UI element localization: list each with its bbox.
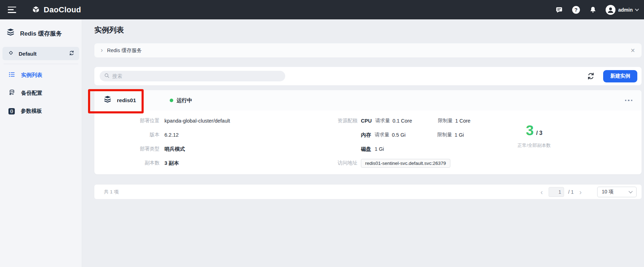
main-content: 实例列表 › Redis 缓存服务 ✕ 新建实例 xyxy=(82,19,644,267)
sidebar-service-header: Redis 缓存服务 xyxy=(0,19,82,45)
brand-name: DaoCloud xyxy=(44,5,81,14)
topbar-actions: ? admin xyxy=(555,5,638,15)
detail-row: 版本 6.2.12 xyxy=(116,128,230,142)
total-items: 共 1 项 xyxy=(104,189,119,195)
instance-card: redis01 运行中 部署位置 kpanda-global-cluster/d… xyxy=(94,90,642,174)
close-icon[interactable]: ✕ xyxy=(631,47,635,54)
service-title: Redis 缓存服务 xyxy=(20,30,62,38)
refresh-icon[interactable] xyxy=(586,72,595,81)
page-title: 实例列表 xyxy=(94,25,642,35)
request-value: 0.5 Gi xyxy=(392,132,406,138)
redis-instance-icon xyxy=(103,95,112,106)
workspace-label: Default xyxy=(19,51,37,57)
access-address-row: 访问地址 redis01-sentinel-svc.default.svc:26… xyxy=(320,156,470,170)
create-instance-button[interactable]: 新建实例 xyxy=(603,70,637,82)
detail-row: 部署类型 哨兵模式 xyxy=(116,142,230,156)
resource-row-disk: 磁盘 1 Gi xyxy=(320,142,470,156)
detail-value: 哨兵模式 xyxy=(164,146,185,153)
detail-label: 部署类型 xyxy=(116,146,160,152)
detail-value: 6.2.12 xyxy=(164,132,179,138)
prev-page-icon[interactable]: ‹ xyxy=(539,188,544,195)
user-menu[interactable]: admin xyxy=(606,5,638,15)
resource-row-memory: 内存 请求量 0.5 Gi 限制量 1 Gi xyxy=(320,128,470,142)
sidebar-item-label: 实例列表 xyxy=(21,72,42,79)
instance-details-right: 资源配额 CPU 请求量 0.1 Core 限制量 1 Core 内存 xyxy=(320,114,470,170)
status-text: 运行中 xyxy=(176,97,192,104)
page-number-input[interactable] xyxy=(549,187,564,197)
healthy-replicas: 3 xyxy=(526,124,533,137)
instance-details-left: 部署位置 kpanda-global-cluster/default 版本 6.… xyxy=(116,114,230,170)
limit-label: 限制量 xyxy=(437,132,452,138)
toolbar-actions: 新建实例 xyxy=(586,70,637,82)
menu-toggle-icon[interactable] xyxy=(8,7,17,13)
limit-value: 1 Gi xyxy=(455,132,464,138)
breadcrumb-item[interactable]: Redis 缓存服务 xyxy=(107,47,142,54)
sidebar-item-instance-list[interactable]: 实例列表 xyxy=(0,66,82,84)
access-address-label: 访问地址 xyxy=(320,160,357,166)
sidebar-divider xyxy=(4,64,78,64)
detail-value: kpanda-global-cluster/default xyxy=(164,118,230,124)
chevron-down-icon xyxy=(635,7,639,11)
brand[interactable]: DaoCloud xyxy=(32,5,81,14)
redis-service-icon xyxy=(6,28,15,39)
detail-label: 部署位置 xyxy=(116,118,160,124)
next-page-icon[interactable]: › xyxy=(578,188,583,195)
workspace-icon xyxy=(7,49,14,58)
list-icon xyxy=(8,71,15,79)
limit-value: 1 Core xyxy=(455,118,471,124)
detail-row: 副本数 3 副本 xyxy=(116,156,230,170)
page: DaoCloud ? admin Redis 缓存服务 xyxy=(0,0,644,267)
request-label: 请求量 xyxy=(375,132,389,138)
breadcrumb: › Redis 缓存服务 ✕ xyxy=(94,43,642,57)
search-box[interactable] xyxy=(100,71,285,81)
request-label: 请求量 xyxy=(375,118,390,124)
access-address-chip[interactable]: redis01-sentinel-svc.default.svc:26379 xyxy=(361,159,450,168)
help-icon[interactable]: ? xyxy=(572,6,580,14)
search-input[interactable] xyxy=(112,73,281,79)
sidebar-item-backup-config[interactable]: 备份配置 xyxy=(0,84,82,102)
notification-bell-icon[interactable] xyxy=(589,6,597,14)
instance-card-header: redis01 运行中 xyxy=(94,90,642,111)
message-icon[interactable] xyxy=(555,6,563,14)
disk-value: 1 Gi xyxy=(375,146,384,152)
resource-name: CPU xyxy=(361,118,372,124)
search-icon xyxy=(104,73,110,80)
status-dot-icon xyxy=(170,99,173,102)
chevron-down-icon xyxy=(629,189,632,193)
workspace-selector[interactable]: Default xyxy=(2,47,79,60)
toolbar: 新建实例 xyxy=(94,67,642,85)
request-value: 0.1 Core xyxy=(393,118,412,124)
sidebar-item-label: 参数模板 xyxy=(21,108,42,114)
resource-name: 内存 xyxy=(361,132,371,138)
page-count: / 1 xyxy=(568,189,574,195)
sidebar: Redis 缓存服务 Default 实例列表 备份配置 {} xyxy=(0,19,82,267)
page-size-value: 10 项 xyxy=(602,189,613,195)
resource-quota-label: 资源配额 xyxy=(320,118,357,124)
daocloud-logo-icon xyxy=(32,6,40,14)
backup-config-icon xyxy=(8,89,15,97)
detail-row: 部署位置 kpanda-global-cluster/default xyxy=(116,114,230,128)
pagination-bar: 共 1 项 ‹ / 1 › 10 项 xyxy=(94,185,642,199)
avatar xyxy=(606,5,615,15)
detail-label: 版本 xyxy=(116,132,160,138)
detail-label: 副本数 xyxy=(116,160,160,166)
sidebar-item-label: 备份配置 xyxy=(21,90,42,97)
braces-icon: {} xyxy=(8,108,15,114)
topbar: DaoCloud ? admin xyxy=(0,0,644,19)
more-actions-icon[interactable] xyxy=(624,98,633,104)
resource-name: 磁盘 xyxy=(361,146,371,153)
sidebar-item-parameter-template[interactable]: {} 参数模板 xyxy=(0,102,82,120)
breadcrumb-chevron-icon: › xyxy=(101,46,103,54)
pager: ‹ / 1 › 10 项 xyxy=(539,187,637,197)
resource-row-cpu: 资源配额 CPU 请求量 0.1 Core 限制量 1 Core xyxy=(320,114,470,128)
limit-label: 限制量 xyxy=(438,118,453,124)
page-size-select[interactable]: 10 项 xyxy=(597,187,637,197)
replica-stat: 3 / 3 正常/全部副本数 xyxy=(509,124,559,149)
username: admin xyxy=(618,7,633,13)
detail-value: 3 副本 xyxy=(164,160,179,167)
total-replicas: / 3 xyxy=(536,130,543,137)
instance-name[interactable]: redis01 xyxy=(117,97,136,104)
status-badge: 运行中 xyxy=(170,97,192,104)
replica-caption: 正常/全部副本数 xyxy=(509,142,559,149)
switch-workspace-icon[interactable] xyxy=(68,50,75,58)
